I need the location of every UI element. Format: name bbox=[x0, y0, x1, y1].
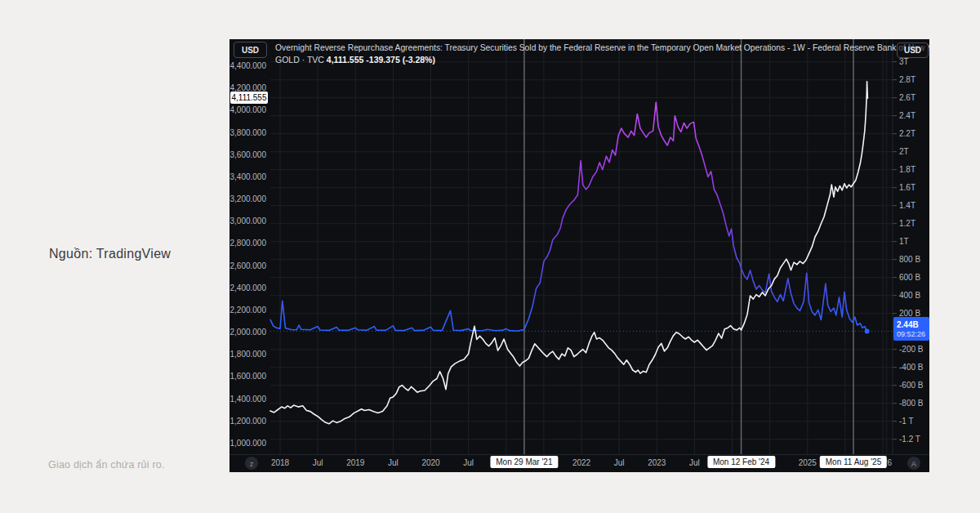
left-axis-tick-label: 1,200.000 bbox=[229, 417, 266, 426]
left-axis-tick-label: 3,400.000 bbox=[229, 172, 266, 182]
time-axis-tick-label: Jul bbox=[313, 458, 323, 468]
left-axis-tick-label: 1,400.000 bbox=[229, 395, 266, 404]
auto-scale-badge[interactable]: A bbox=[907, 457, 920, 470]
time-axis-tick-label: Jul bbox=[388, 458, 399, 468]
timezone-badge[interactable]: z bbox=[245, 457, 258, 470]
right-axis-tick-label: -800 B bbox=[899, 399, 923, 408]
left-axis-tick-label: 3,000.000 bbox=[229, 216, 266, 226]
right-axis-tick-label: 1T bbox=[899, 237, 909, 247]
right-axis-tick-label: 400 B bbox=[899, 291, 920, 301]
time-axis-tick-label: 2022 bbox=[572, 458, 590, 468]
rrp-current-value: 2.44B bbox=[897, 320, 929, 330]
right-axis-tick-label: 2.8T bbox=[899, 75, 915, 85]
right-axis-tick-label: 2.4T bbox=[899, 111, 915, 121]
time-axis-tick-label: Jul bbox=[689, 458, 700, 468]
right-axis-tick-label: -1 T bbox=[899, 417, 914, 426]
time-axis-tick-label: 2025 bbox=[799, 458, 817, 468]
left-axis-tick-label: 1,600.000 bbox=[229, 372, 266, 381]
rrp-series-title: Overnight Reverse Repurchase Agreements:… bbox=[275, 43, 929, 52]
right-axis-tick-label: 1.4T bbox=[899, 201, 915, 211]
right-axis-tick-label: 1.6T bbox=[899, 183, 915, 193]
left-axis-tick-label: 1,800.000 bbox=[229, 350, 266, 359]
left-axis-tick-label: 3,600.000 bbox=[229, 150, 266, 160]
gold-change: -139.375 (-3.28%) bbox=[366, 55, 435, 65]
risk-disclaimer: Giao dịch ẩn chứa rủi ro. bbox=[48, 459, 165, 471]
left-axis-tick-label: 2,400.000 bbox=[229, 283, 266, 293]
symbol-title-row[interactable]: Overnight Reverse Repurchase Agreements:… bbox=[275, 43, 929, 52]
chart-plot[interactable] bbox=[229, 39, 929, 472]
right-scale-currency-button[interactable]: USD bbox=[897, 42, 929, 58]
left-axis-tick-label: 2,600.000 bbox=[229, 261, 266, 271]
right-axis-tick-label: 1.8T bbox=[899, 165, 915, 175]
gold-last-value: 4,111.555 bbox=[327, 55, 364, 65]
right-axis-tick-label: 600 B bbox=[899, 273, 920, 283]
right-axis-tick-label: 2T bbox=[899, 147, 909, 157]
time-axis-tick-label: Jul bbox=[614, 458, 625, 468]
right-axis-tick-label: 2.2T bbox=[899, 129, 915, 139]
rrp-current-price-label: 2.44B 09:52:26 bbox=[893, 317, 929, 341]
right-axis-tick-label: 2.6T bbox=[899, 93, 915, 103]
left-axis-tick-label: 1,000.000 bbox=[229, 439, 266, 448]
right-axis-tick-label: -1.2 T bbox=[899, 435, 920, 444]
right-axis-tick-label: -400 B bbox=[899, 363, 923, 372]
event-date-marker: Mon 11 Aug '25 bbox=[820, 456, 887, 468]
left-axis-tick-label: 2,200.000 bbox=[229, 306, 266, 315]
gold-symbol: GOLD · TVC bbox=[275, 55, 324, 65]
left-axis-tick-label: 2,800.000 bbox=[229, 239, 266, 248]
right-axis-tick-label: -600 B bbox=[899, 381, 923, 390]
left-axis-tick-label: 3,800.000 bbox=[229, 128, 266, 138]
right-axis-tick-label: 800 B bbox=[899, 255, 920, 265]
rrp-current-time: 09:52:26 bbox=[897, 330, 929, 338]
left-scale-currency-button[interactable]: USD bbox=[234, 42, 267, 58]
time-axis-tick-label: 2020 bbox=[421, 458, 439, 468]
gold-current-price-label: 4,111.555 bbox=[230, 91, 268, 104]
left-axis-tick-label: 2,000.000 bbox=[229, 328, 266, 337]
time-axis-tick-label: 2019 bbox=[346, 458, 364, 468]
left-axis-tick-label: 4,400.000 bbox=[229, 61, 266, 71]
tradingview-chart: USD USD Overnight Reverse Repurchase Agr… bbox=[229, 39, 929, 472]
event-date-marker: Mon 29 Mar '21 bbox=[490, 456, 558, 468]
event-date-marker: Mon 12 Feb '24 bbox=[707, 456, 775, 468]
left-axis-tick-label: 3,200.000 bbox=[229, 194, 266, 204]
time-axis-tick-label: 2023 bbox=[648, 458, 666, 468]
left-axis-tick-label: 4,000.000 bbox=[229, 105, 266, 115]
source-caption: Nguồn: TradingView bbox=[49, 247, 171, 261]
right-axis-tick-label: -200 B bbox=[899, 345, 923, 355]
right-axis-tick-label: 3T bbox=[899, 57, 909, 67]
time-axis-tick-label: 2018 bbox=[271, 458, 289, 468]
time-axis-tick-label: Jul bbox=[463, 458, 474, 468]
gold-title-row[interactable]: GOLD · TVC 4,111.555 -139.375 (-3.28%) bbox=[275, 55, 435, 65]
right-axis-tick-label: 1.2T bbox=[899, 219, 915, 229]
